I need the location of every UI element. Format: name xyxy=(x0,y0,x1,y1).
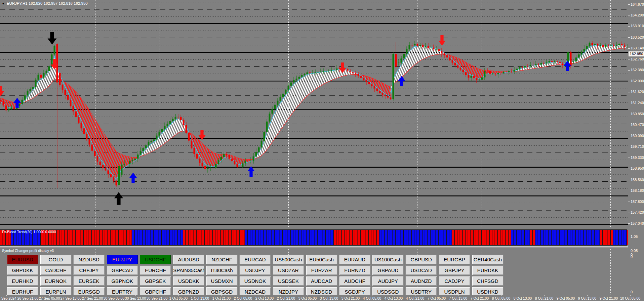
symbol-button-gbpcad[interactable]: GBPCAD xyxy=(107,265,138,275)
price-axis[interactable]: 164.670164.290163.910163.520163.140162.7… xyxy=(628,0,644,295)
time-axis-label: 26 Sep 2024 xyxy=(0,296,16,300)
time-axis-label: 4 Oct 13:00 xyxy=(385,296,403,300)
price-axis-label: 163.140 xyxy=(631,46,644,50)
symbol-button-eurgbp[interactable]: EURGBP xyxy=(439,255,470,264)
symbol-button-gbpjpy[interactable]: GBPJPY xyxy=(439,265,470,275)
symbol-button-nzdusd[interactable]: NZDUSD xyxy=(73,255,105,264)
symbol-button-usdtry[interactable]: USDTRY xyxy=(405,287,437,295)
fx-blood-indicator-label: Fx-Blood Trend(20) 1.0000 0.0000 xyxy=(2,230,56,234)
symbol-button-gbpdkk[interactable]: GBPDKK xyxy=(7,265,38,275)
time-axis-label: 7 Oct 05:00 xyxy=(428,296,446,300)
symbol-button-cadchf[interactable]: CADCHF xyxy=(40,265,72,275)
symbol-button-eurcad[interactable]: EURCAD xyxy=(239,255,271,264)
price-axis-label: 162.380 xyxy=(631,68,644,72)
subwindow-axis-label: 0 xyxy=(631,290,633,294)
symbol-button-usdhkd[interactable]: USDHKD xyxy=(472,287,504,295)
symbol-button-gbpsek[interactable]: GBPSEK xyxy=(139,276,171,286)
time-axis-label: 2 Oct 21:00 xyxy=(277,296,295,300)
symbol-button-gbpnok[interactable]: GBPNOK xyxy=(107,276,138,286)
symbol-button-eurchf[interactable]: EURCHF xyxy=(139,265,171,275)
time-axis-label: 30 Sep 21:00 xyxy=(147,296,167,300)
blue-up-arrow-icon xyxy=(247,166,255,177)
price-axis-label: 157.800 xyxy=(631,200,644,204)
chart-canvas[interactable] xyxy=(0,0,628,228)
price-tick xyxy=(628,180,630,180)
symbol-button-eursgd[interactable]: EURSGD xyxy=(73,287,105,295)
price-axis-label: 159.330 xyxy=(631,156,644,160)
symbol-button-usdzar[interactable]: USDZAR xyxy=(273,265,304,275)
time-axis-label: 27 Sep 21:00 xyxy=(82,296,103,300)
symbol-button-usdsek[interactable]: USDSEK xyxy=(273,276,304,286)
symbol-button-gbpchf[interactable]: GBPCHF xyxy=(139,287,171,295)
price-tick xyxy=(628,136,630,136)
symbol-button-nzdsgd[interactable]: NZDSGD xyxy=(306,287,337,295)
symbol-button-euraud[interactable]: EURAUD xyxy=(339,255,371,264)
price-axis-label: 157.420 xyxy=(631,210,644,214)
symbol-button-usdchf[interactable]: USDCHF xyxy=(139,255,171,264)
symbol-button-gold[interactable]: GOLD xyxy=(40,255,72,264)
symbol-button-audcad[interactable]: AUDCAD xyxy=(306,276,337,286)
symbol-button-gbpusd[interactable]: GBPUSD xyxy=(405,255,437,264)
symbol-button-usdcad[interactable]: USDCAD xyxy=(405,265,437,275)
symbol-button-audnzd[interactable]: AUDNZD xyxy=(405,276,437,286)
symbol-button-eu50cash[interactable]: EU50Cash xyxy=(306,255,337,264)
symbol-button-eurjpy[interactable]: EURJPY xyxy=(107,255,138,264)
symbol-button-chfsgd[interactable]: CHFSGD xyxy=(472,276,504,286)
time-axis-label: 3 Oct 21:00 xyxy=(341,296,360,300)
price-tick xyxy=(628,81,630,81)
symbol-button-us500cash[interactable]: US500Cash xyxy=(273,255,304,264)
symbol-button-eurnzd[interactable]: EURNZD xyxy=(339,265,371,275)
symbol-button-gbpaud[interactable]: GBPAUD xyxy=(372,265,404,275)
time-axis-label: 7 Oct 13:00 xyxy=(449,296,467,300)
symbol-button-sgdjpy[interactable]: SGDJPY xyxy=(339,287,371,295)
symbol-dropdown-icon[interactable]: ▼ xyxy=(2,2,5,5)
symbol-button-audusd[interactable]: AUDUSD xyxy=(173,255,204,264)
symbol-button-eurtry[interactable]: EURTRY xyxy=(107,287,138,295)
symbol-button-usdsgd[interactable]: USDSGD xyxy=(372,287,404,295)
symbol-button-usdpln[interactable]: USDPLN xyxy=(439,287,470,295)
price-axis-label: 162.000 xyxy=(631,79,644,83)
symbol-button-nzdchf[interactable]: NZDCHF xyxy=(206,255,238,264)
time-axis-label: 10 Oct 05:00 xyxy=(620,296,640,300)
symbol-button-eurhuf[interactable]: EURHUF xyxy=(7,287,38,295)
symbol-button-eurusd[interactable]: EURUSD xyxy=(7,255,38,264)
price-tick xyxy=(628,114,630,114)
price-axis-label: 157.040 xyxy=(631,221,644,225)
price-tick xyxy=(628,70,630,71)
symbol-button-us100cash[interactable]: US100Cash xyxy=(372,255,404,264)
symbol-button-spain35cash[interactable]: SPAIN35Cash xyxy=(173,265,204,275)
symbol-button-gbpnzd[interactable]: GBPNZD xyxy=(173,287,204,295)
time-axis-label: 1 Oct 13:00 xyxy=(191,296,209,300)
symbol-button-usdjpy[interactable]: USDJPY xyxy=(239,265,271,275)
symbol-button-eurhkd[interactable]: EURHKD xyxy=(7,276,38,286)
symbol-button-gbpsgd[interactable]: GBPSGD xyxy=(206,287,238,295)
symbol-button-cadjpy[interactable]: CADJPY xyxy=(439,276,470,286)
symbol-button-nzdjpy[interactable]: NZDJPY xyxy=(273,287,304,295)
symbol-button-eurzar[interactable]: EURZAR xyxy=(306,265,337,275)
symbol-button-nzdcad[interactable]: NZDCAD xyxy=(239,287,271,295)
symbol-button-eurpln[interactable]: EURPLN xyxy=(40,287,72,295)
symbol-button-usdnok[interactable]: USDNOK xyxy=(239,276,271,286)
price-tick xyxy=(628,147,630,147)
symbol-button-audchf[interactable]: AUDCHF xyxy=(339,276,371,286)
symbol-button-usddkk[interactable]: USDDKK xyxy=(173,276,204,286)
price-axis-label: 164.670 xyxy=(631,2,644,6)
symbol-button-chfjpy[interactable]: CHFJPY xyxy=(73,265,105,275)
symbol-button-usdmxn[interactable]: USDMXN xyxy=(206,276,238,286)
symbol-button-it40cash[interactable]: IT40Cash xyxy=(206,265,238,275)
time-axis-label: 1 Oct 21:00 xyxy=(212,296,231,300)
time-axis-label: 9 Oct 05:00 xyxy=(557,296,575,300)
price-axis-label: 163.520 xyxy=(631,35,644,39)
subwindow-axis-label: 0.05 xyxy=(631,249,638,253)
symbol-button-eursek[interactable]: EURSEK xyxy=(73,276,105,286)
subwindow-separator[interactable] xyxy=(0,246,644,248)
time-axis[interactable]: 26 Sep 202426 Sep 21:0027 Sep 05:0027 Se… xyxy=(0,295,644,301)
symbol-button-audjpy[interactable]: AUDJPY xyxy=(372,276,404,286)
chart-title: ▼EURJPY,H1 162.820 162.957 162.816 162.9… xyxy=(2,1,88,5)
symbol-button-eurnok[interactable]: EURNOK xyxy=(40,276,72,286)
price-tick xyxy=(628,125,630,125)
price-chart[interactable] xyxy=(0,0,628,228)
symbol-button-eurdkk[interactable]: EURDKK xyxy=(472,265,504,275)
chart-title-text: EURJPY,H1 162.820 162.957 162.816 162.95… xyxy=(7,1,88,5)
symbol-button-ger40cash[interactable]: GER40Cash xyxy=(472,255,504,264)
